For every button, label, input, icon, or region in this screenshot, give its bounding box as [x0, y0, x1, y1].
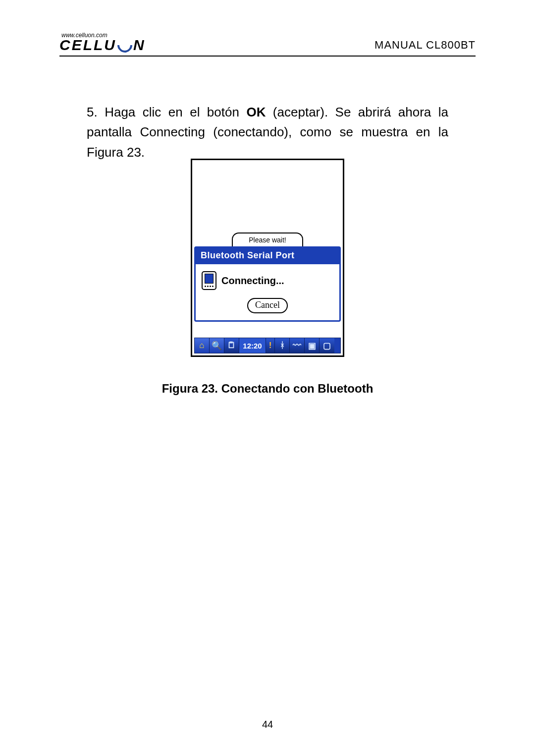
brand-logo: www.celluon.com CELLU N [59, 32, 146, 53]
device-taskbar: ⌂ 🔍 🗒 12:20 ! ᚼ 〰 ▣ ▢ [194, 338, 341, 353]
page-header: www.celluon.com CELLU N MANUAL CL800BT [59, 30, 476, 57]
clipboard-icon[interactable]: 🗒 [224, 338, 239, 353]
brand-text-right: N [133, 38, 146, 53]
sip-icon[interactable]: ▢ [320, 338, 334, 353]
page-number: 44 [0, 719, 535, 730]
bluetooth-icon[interactable]: ᚼ [275, 338, 290, 353]
figure-23: Please wait! Bluetooth Serial Port Conne… [191, 159, 344, 357]
connecting-label: Connecting... [221, 275, 284, 287]
home-icon[interactable]: ⌂ [195, 338, 210, 353]
pda-device-icon [202, 271, 216, 290]
brand-text-left: CELLU [59, 38, 116, 53]
manual-title: MANUAL CL800BT [374, 39, 476, 52]
instruction-step-5: 5. Haga clic en el botón OK (aceptar). S… [87, 102, 448, 162]
taskbar-clock[interactable]: 12:20 [239, 338, 266, 353]
brand-wordmark: CELLU N [59, 38, 146, 53]
brand-o-icon [114, 35, 135, 56]
dialog-title: Bluetooth Serial Port [201, 250, 295, 260]
dialog-titlebar: Bluetooth Serial Port [196, 248, 339, 264]
device-screen-frame: Please wait! Bluetooth Serial Port Conne… [191, 159, 344, 357]
dialog-body: Connecting... [196, 264, 339, 293]
signal-icon[interactable]: 〰 [290, 338, 305, 353]
background-dialog-text: Please wait! [249, 236, 286, 244]
dialog-actions: Cancel [196, 293, 339, 320]
cancel-button[interactable]: Cancel [247, 298, 288, 313]
step-text-a: Haga clic en el botón [98, 105, 247, 119]
device-icon[interactable]: ▣ [305, 338, 320, 353]
bluetooth-dialog: Bluetooth Serial Port Connecting... Canc… [194, 246, 341, 322]
step-text-bold-ok: OK [246, 105, 266, 119]
search-icon[interactable]: 🔍 [210, 338, 224, 353]
alert-icon[interactable]: ! [266, 338, 275, 353]
figure-caption: Figura 23. Conectando con Bluetooth [0, 382, 535, 396]
background-dialog: Please wait! [232, 233, 303, 247]
step-number: 5. [87, 105, 98, 119]
